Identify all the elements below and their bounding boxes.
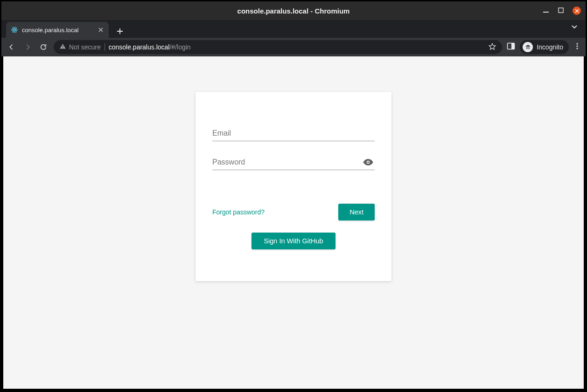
security-warning[interactable]: Not secure <box>59 43 101 51</box>
login-actions: Forgot password? Next <box>212 204 375 220</box>
side-panel-icon[interactable] <box>507 42 515 52</box>
address-bar[interactable]: Not secure console.paralus.local/#/login <box>54 40 502 54</box>
svg-rect-6 <box>63 46 63 47</box>
password-field[interactable]: Password <box>212 154 375 170</box>
toolbar-right: Incognito <box>507 40 581 54</box>
window-title: console.paralus.local - Chromium <box>238 7 350 15</box>
browser-menu-icon[interactable] <box>573 42 581 52</box>
window-controls <box>543 1 581 20</box>
warning-icon <box>59 43 66 51</box>
password-label: Password <box>212 158 245 166</box>
minimize-icon[interactable] <box>543 7 549 15</box>
forgot-password-link[interactable]: Forgot password? <box>212 208 265 216</box>
incognito-icon <box>523 42 533 52</box>
email-field[interactable]: Email <box>212 125 375 141</box>
svg-point-12 <box>528 47 530 48</box>
sso-row: Sign In With GitHub <box>212 233 375 249</box>
maximize-icon[interactable] <box>558 7 564 15</box>
svg-rect-9 <box>511 43 515 49</box>
tab-close-icon[interactable] <box>98 27 104 33</box>
page-viewport: Email Password Forgot password? Next Sig… <box>3 56 584 389</box>
svg-rect-1 <box>559 8 563 13</box>
incognito-label: Incognito <box>537 43 563 51</box>
url-host: console.paralus.local <box>109 43 170 51</box>
window-titlebar: console.paralus.local - Chromium <box>1 1 586 20</box>
svg-point-17 <box>367 161 369 163</box>
tab-title: console.paralus.local <box>22 27 94 34</box>
svg-point-13 <box>576 43 578 44</box>
forward-button <box>22 41 33 53</box>
addr-divider <box>105 43 105 51</box>
close-icon[interactable] <box>573 7 581 15</box>
react-favicon-icon <box>11 26 18 34</box>
incognito-chip[interactable]: Incognito <box>520 40 569 54</box>
browser-toolbar: Not secure console.paralus.local/#/login… <box>1 38 586 56</box>
svg-rect-7 <box>63 48 63 48</box>
svg-point-15 <box>576 48 578 49</box>
next-button[interactable]: Next <box>338 204 375 220</box>
back-button[interactable] <box>6 41 17 53</box>
security-text: Not secure <box>69 43 101 51</box>
svg-point-2 <box>14 29 15 31</box>
svg-point-14 <box>576 45 578 47</box>
tab-strip: console.paralus.local <box>1 20 586 38</box>
show-password-icon[interactable] <box>362 156 375 169</box>
svg-rect-10 <box>525 46 530 47</box>
svg-point-11 <box>526 47 527 48</box>
new-tab-button[interactable] <box>113 25 126 38</box>
svg-rect-0 <box>543 12 549 13</box>
url-path: /#/login <box>169 43 190 51</box>
tabs-overflow-icon[interactable] <box>571 23 578 32</box>
github-signin-button[interactable]: Sign In With GitHub <box>252 233 335 249</box>
url: console.paralus.local/#/login <box>109 43 191 51</box>
reload-button[interactable] <box>38 41 49 53</box>
browser-tab[interactable]: console.paralus.local <box>6 22 109 38</box>
email-label: Email <box>212 129 231 138</box>
login-card: Email Password Forgot password? Next Sig… <box>196 92 391 281</box>
bookmark-star-icon[interactable] <box>488 42 496 52</box>
